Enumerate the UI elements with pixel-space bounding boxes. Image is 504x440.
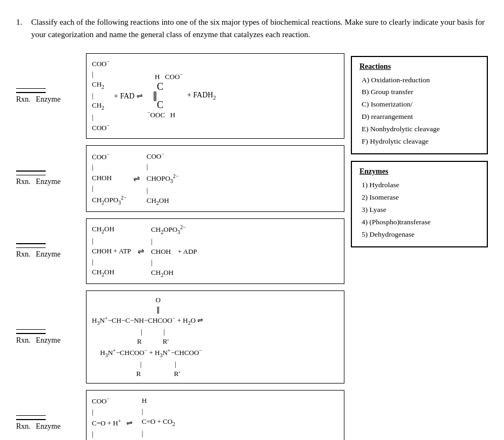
reaction-label-area-2: Rxn. Enzyme bbox=[16, 171, 86, 186]
enzymes-box-title: Enzymes bbox=[359, 167, 479, 176]
reaction-item-C: C) Isomerization/ bbox=[359, 98, 479, 111]
reaction-item-B: B) Group transfer bbox=[359, 86, 479, 98]
reaction-row-1: Rxn. Enzyme COO− | CH2 | CH2 | COO− bbox=[16, 53, 344, 139]
line-2a bbox=[16, 171, 46, 172]
question-number: 1. bbox=[16, 16, 31, 41]
rxn-label-3: Rxn. bbox=[16, 250, 31, 259]
reactions-column: Rxn. Enzyme COO− | CH2 | CH2 | COO− bbox=[16, 53, 344, 441]
question-text: Classify each of the following reactions… bbox=[31, 16, 488, 41]
enzyme-item-1: 1) Hydrolase bbox=[359, 179, 479, 191]
enzyme-label-3: Enzyme bbox=[36, 250, 61, 259]
reaction-label-area-1: Rxn. Enzyme bbox=[16, 88, 86, 104]
line-5b bbox=[16, 419, 46, 420]
question-header: 1. Classify each of the following reacti… bbox=[16, 16, 488, 41]
labels-row-5: Rxn. Enzyme bbox=[16, 422, 86, 431]
reaction-box-1: COO− | CH2 | CH2 | COO− + FAD ⇌ H COO− C… bbox=[86, 53, 344, 139]
line-1a bbox=[16, 88, 46, 89]
reactions-box-title: Reactions bbox=[359, 62, 479, 71]
enzyme-label-4: Enzyme bbox=[36, 336, 61, 345]
lines-5 bbox=[16, 415, 86, 420]
labels-row-3: Rxn. Enzyme bbox=[16, 250, 86, 259]
line-3a bbox=[16, 243, 46, 244]
enzyme-label-1: Enzyme bbox=[36, 95, 61, 104]
reaction-item-F: F) Hydrolytic cleavage bbox=[359, 136, 479, 148]
labels-row-4: Rxn. Enzyme bbox=[16, 336, 86, 345]
reaction-label-area-3: Rxn. Enzyme bbox=[16, 243, 86, 259]
reaction-label-area-4: Rxn. Enzyme bbox=[16, 329, 86, 345]
enzyme-item-3: 3) Lyase bbox=[359, 204, 479, 216]
info-column: Reactions A) Oxidation-reduction B) Grou… bbox=[351, 53, 488, 441]
line-4a bbox=[16, 329, 46, 330]
enzyme-item-5: 5) Dehydrogenase bbox=[359, 229, 479, 241]
enzymes-list: 1) Hydrolase 2) Isomerase 3) Lyase 4) (P… bbox=[359, 179, 479, 241]
line-3b bbox=[16, 247, 46, 249]
lines-2 bbox=[16, 171, 86, 175]
reactions-info-box: Reactions A) Oxidation-reduction B) Grou… bbox=[351, 56, 488, 155]
line-5a bbox=[16, 415, 46, 416]
reaction-box-5: COO− | C=O + H+ | CH3 ⇌ H | C=O + CO2 | … bbox=[86, 390, 344, 440]
reactions-list: A) Oxidation-reduction B) Group transfer… bbox=[359, 74, 479, 148]
enzyme-item-4: 4) (Phospho)transferase bbox=[359, 216, 479, 229]
line-2b bbox=[16, 175, 46, 176]
reaction-row-3: Rxn. Enzyme CH2OH | CHOH + ATP | CH2OH ⇌ bbox=[16, 218, 344, 284]
content-wrapper: Rxn. Enzyme COO− | CH2 | CH2 | COO− bbox=[16, 53, 488, 441]
reaction-item-A: A) Oxidation-reduction bbox=[359, 74, 479, 87]
reaction-box-2: COO− | CHOH | CH2OPO32− ⇌ COO− | CHOPO32… bbox=[86, 145, 344, 212]
lines-4 bbox=[16, 329, 86, 334]
reaction-row-5: Rxn. Enzyme COO− | C=O + H+ | CH3 ⇌ bbox=[16, 390, 344, 440]
reaction-label-area-5: Rxn. Enzyme bbox=[16, 415, 86, 431]
enzyme-label-5: Enzyme bbox=[36, 422, 61, 431]
rxn-label-4: Rxn. bbox=[16, 336, 31, 345]
enzymes-info-box: Enzymes 1) Hydrolase 2) Isomerase 3) Lya… bbox=[351, 161, 488, 247]
rxn-label-2: Rxn. bbox=[16, 178, 31, 186]
lines-3 bbox=[16, 243, 86, 248]
labels-row-2: Rxn. Enzyme bbox=[16, 178, 86, 186]
rxn-label-1: Rxn. bbox=[16, 95, 31, 104]
line-1b bbox=[16, 92, 46, 93]
reaction-row-2: Rxn. Enzyme COO− | CHOH | CH2OPO32− ⇌ bbox=[16, 145, 344, 212]
labels-row-1: Rxn. Enzyme bbox=[16, 95, 86, 104]
lines-1 bbox=[16, 88, 86, 93]
reaction-item-D: D) rearrangement bbox=[359, 111, 479, 123]
reaction-item-E: E) Nonhydrolytic cleavage bbox=[359, 123, 479, 136]
rxn-label-5: Rxn. bbox=[16, 422, 31, 431]
reaction-box-3: CH2OH | CHOH + ATP | CH2OH ⇌ CH2OPO32− |… bbox=[86, 218, 344, 284]
reaction-box-4: O ‖ H3N+−CH−C−NH−CHCOO− + H2O ⇌ | | R R'… bbox=[86, 290, 344, 384]
reaction-row-4: Rxn. Enzyme O ‖ H3N+−CH−C−NH−CHCOO− + H2… bbox=[16, 290, 344, 384]
line-4b bbox=[16, 333, 46, 334]
enzyme-label-2: Enzyme bbox=[36, 178, 61, 186]
enzyme-item-2: 2) Isomerase bbox=[359, 191, 479, 204]
